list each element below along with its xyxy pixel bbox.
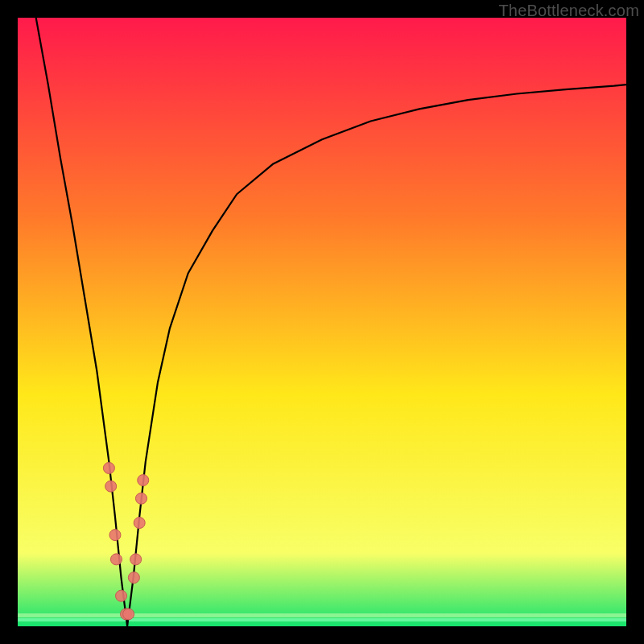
data-marker — [110, 554, 122, 565]
band-highlight-1 — [18, 613, 626, 617]
data-marker — [130, 554, 142, 565]
band-highlight-2 — [18, 618, 626, 621]
plot-area — [18, 18, 626, 626]
data-marker — [138, 475, 149, 486]
data-marker — [128, 572, 139, 584]
data-marker — [134, 517, 145, 528]
data-marker — [123, 609, 134, 620]
data-marker — [116, 590, 127, 601]
watermark-text: TheBottleneck.com — [498, 2, 639, 20]
chart-frame: TheBottleneck.com — [0, 0, 644, 644]
chart-svg — [18, 18, 626, 626]
data-marker — [105, 481, 117, 492]
data-marker — [103, 462, 114, 473]
data-marker — [109, 530, 121, 541]
data-marker — [135, 493, 147, 504]
gradient-background — [18, 18, 626, 626]
